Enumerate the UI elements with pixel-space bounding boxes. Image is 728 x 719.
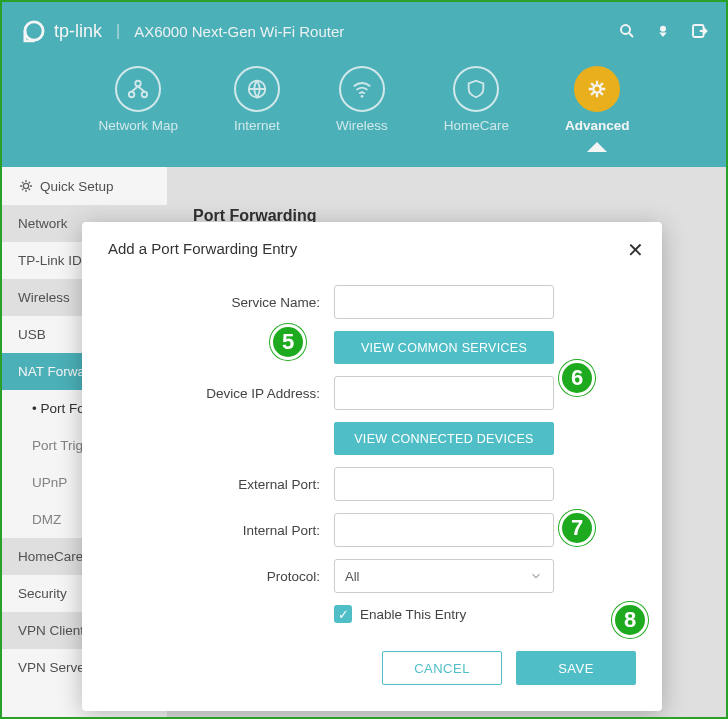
device-ip-label: Device IP Address: xyxy=(108,386,334,401)
protocol-value: All xyxy=(345,569,359,584)
modal-title: Add a Port Forwarding Entry xyxy=(108,240,636,257)
external-port-input[interactable] xyxy=(334,467,554,501)
internal-port-input[interactable] xyxy=(334,513,554,547)
view-connected-devices-button[interactable]: VIEW CONNECTED DEVICES xyxy=(334,422,554,455)
step-badge-5: 5 xyxy=(270,324,306,360)
device-ip-input[interactable] xyxy=(334,376,554,410)
service-name-input[interactable] xyxy=(334,285,554,319)
enable-entry-label: Enable This Entry xyxy=(360,607,466,622)
step-badge-7: 7 xyxy=(559,510,595,546)
chevron-down-icon xyxy=(529,569,543,583)
port-forwarding-modal: Add a Port Forwarding Entry ✕ Service Na… xyxy=(82,222,662,711)
view-common-services-button[interactable]: VIEW COMMON SERVICES xyxy=(334,331,554,364)
service-name-label: Service Name: xyxy=(108,295,334,310)
cancel-button[interactable]: CANCEL xyxy=(382,651,502,685)
protocol-label: Protocol: xyxy=(108,569,334,584)
internal-port-label: Internal Port: xyxy=(108,523,334,538)
save-button[interactable]: SAVE xyxy=(516,651,636,685)
enable-entry-checkbox[interactable]: ✓ xyxy=(334,605,352,623)
close-icon[interactable]: ✕ xyxy=(627,238,644,262)
step-badge-6: 6 xyxy=(559,360,595,396)
external-port-label: External Port: xyxy=(108,477,334,492)
protocol-select[interactable]: All xyxy=(334,559,554,593)
step-badge-8: 8 xyxy=(612,602,648,638)
